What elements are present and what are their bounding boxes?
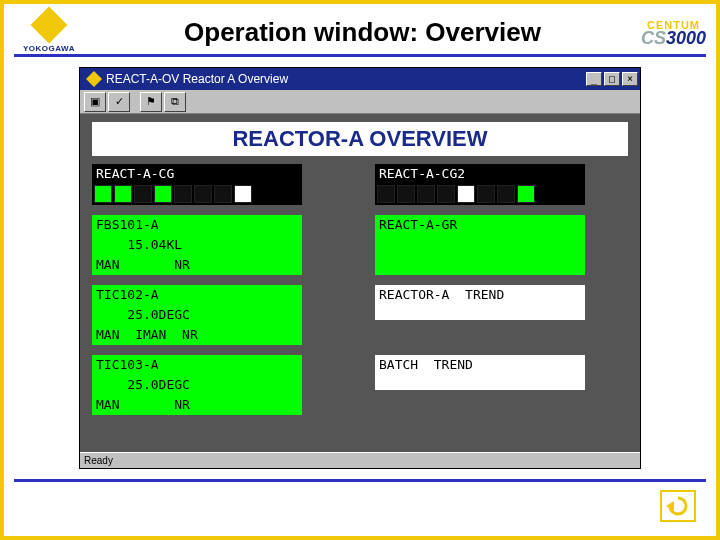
toolbar-btn-4[interactable]: ⧉ bbox=[164, 92, 186, 112]
status-square bbox=[134, 185, 152, 203]
tile-fbs101-a[interactable]: FBS101-A 15.04KL MAN NR bbox=[92, 215, 302, 275]
brand-right-num: 3000 bbox=[666, 31, 706, 45]
status-row bbox=[92, 183, 302, 205]
window-title: REACT-A-OV Reactor A Overview bbox=[106, 72, 586, 86]
tile-tic103-a[interactable]: TIC103-A 25.0DEGC MAN NR bbox=[92, 355, 302, 415]
statusbar: Ready bbox=[80, 452, 640, 468]
toolbar: ▣ ✓ ⚑ ⧉ bbox=[80, 90, 640, 114]
tile-reactor-a-trend[interactable]: REACTOR-A TREND bbox=[375, 285, 585, 345]
status-square bbox=[174, 185, 192, 203]
status-square bbox=[377, 185, 395, 203]
status-square bbox=[397, 185, 415, 203]
close-button[interactable]: × bbox=[622, 72, 638, 86]
tile-tic102-a[interactable]: TIC102-A 25.0DEGC MAN IMAN NR bbox=[92, 285, 302, 345]
tile-batch-trend[interactable]: BATCH TREND bbox=[375, 355, 585, 415]
page-title: REACTOR-A OVERVIEW bbox=[92, 122, 628, 156]
tile-mode: MAN NR bbox=[92, 395, 302, 415]
status-square bbox=[194, 185, 212, 203]
tile-tag: BATCH TREND bbox=[375, 355, 585, 375]
status-row bbox=[375, 183, 585, 205]
app-window: REACT-A-OV Reactor A Overview _ □ × ▣ ✓ … bbox=[79, 67, 641, 469]
status-square bbox=[114, 185, 132, 203]
toolbar-btn-1[interactable]: ▣ bbox=[84, 92, 106, 112]
tile-value: 25.0DEGC bbox=[92, 305, 302, 325]
tile-value: 15.04KL bbox=[92, 235, 302, 255]
tile-header: REACT-A-CG bbox=[92, 164, 302, 183]
tile-react-a-gr[interactable]: REACT-A-GR bbox=[375, 215, 585, 275]
content-area: REACTOR-A OVERVIEW REACT-A-CG REACT- bbox=[80, 114, 640, 452]
return-arrow-icon bbox=[666, 495, 690, 517]
status-square bbox=[477, 185, 495, 203]
tile-tag: REACTOR-A TREND bbox=[375, 285, 585, 305]
status-square bbox=[417, 185, 435, 203]
tile-react-a-cg[interactable]: REACT-A-CG bbox=[92, 164, 302, 205]
titlebar: REACT-A-OV Reactor A Overview _ □ × bbox=[80, 68, 640, 90]
status-square bbox=[437, 185, 455, 203]
status-square bbox=[457, 185, 475, 203]
diamond-icon bbox=[31, 6, 68, 43]
toolbar-btn-3[interactable]: ⚑ bbox=[140, 92, 162, 112]
brand-right-cs: CS bbox=[641, 31, 666, 45]
tile-tag: TIC102-A bbox=[92, 285, 302, 305]
tile-value: 25.0DEGC bbox=[92, 375, 302, 395]
tile-mode: MAN IMAN NR bbox=[92, 325, 302, 345]
slide-title: Operation window: Overview bbox=[84, 17, 641, 48]
tile-value bbox=[375, 235, 585, 255]
tile-tag: REACT-A-GR bbox=[375, 215, 585, 235]
tile-mode: MAN NR bbox=[92, 255, 302, 275]
brand-left-text: YOKOGAWA bbox=[23, 44, 75, 53]
tile-tag: FBS101-A bbox=[92, 215, 302, 235]
status-square bbox=[94, 185, 112, 203]
header-rule bbox=[14, 54, 706, 57]
tile-mode bbox=[375, 255, 585, 275]
tile-tag: TIC103-A bbox=[92, 355, 302, 375]
tile-react-a-cg2[interactable]: REACT-A-CG2 bbox=[375, 164, 585, 205]
brand-right-logo: CENTUM CS 3000 bbox=[641, 19, 706, 45]
return-button[interactable] bbox=[660, 490, 696, 522]
status-square bbox=[214, 185, 232, 203]
status-square bbox=[154, 185, 172, 203]
status-square bbox=[497, 185, 515, 203]
footer-rule bbox=[14, 479, 706, 482]
tile-value bbox=[375, 305, 585, 320]
app-diamond-icon bbox=[86, 71, 102, 87]
toolbar-btn-2[interactable]: ✓ bbox=[108, 92, 130, 112]
minimize-button[interactable]: _ bbox=[586, 72, 602, 86]
tile-header: REACT-A-CG2 bbox=[375, 164, 585, 183]
status-square bbox=[517, 185, 535, 203]
tile-value bbox=[375, 375, 585, 390]
maximize-button[interactable]: □ bbox=[604, 72, 620, 86]
brand-left-logo: YOKOGAWA bbox=[14, 12, 84, 53]
status-square bbox=[234, 185, 252, 203]
